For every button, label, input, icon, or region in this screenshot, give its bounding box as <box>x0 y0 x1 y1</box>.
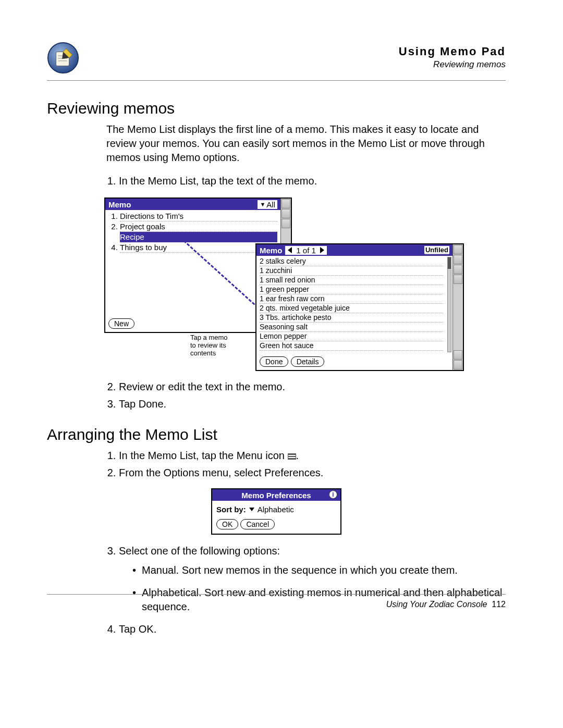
section2-steps-cont: Select one of the following options: Man… <box>106 544 506 636</box>
sidebar-button[interactable] <box>454 275 462 284</box>
sidebar-button[interactable] <box>282 209 290 218</box>
section-heading-reviewing: Reviewing memos <box>47 100 506 117</box>
page-header: Using Memo Pad Reviewing memos <box>47 42 506 81</box>
memo-detail-body[interactable]: 2 stalks celery1 zucchini1 small red oni… <box>256 256 446 353</box>
memo-detail-scrollbar[interactable] <box>447 257 451 352</box>
prefs-title: Memo Preferences <box>241 491 311 500</box>
arr-step-1: In the Memo List, tap the Menu icon . <box>119 449 506 463</box>
step-2: Review or edit the text in the memo. <box>119 380 506 394</box>
step-1: In the Memo List, tap the text of the me… <box>119 174 506 188</box>
section2-steps: In the Memo List, tap the Menu icon . Fr… <box>106 449 506 480</box>
memo-line[interactable]: 1 zucchini <box>260 266 443 276</box>
next-memo-icon[interactable] <box>320 247 324 253</box>
memo-list-category-dropdown[interactable]: ▼ All <box>258 200 277 209</box>
memo-pad-icon <box>47 42 79 74</box>
memo-detail-window: Memo 1 of 1 Unfiled 2 stalks celery1 zuc… <box>255 243 464 371</box>
section1-steps: In the Memo List, tap the text of the me… <box>106 174 506 188</box>
memo-line[interactable]: 2 stalks celery <box>260 257 443 266</box>
sidebar-button[interactable] <box>454 265 462 274</box>
sort-by-label: Sort by: <box>216 505 246 514</box>
memo-detail-sidebar <box>452 244 463 370</box>
memo-line[interactable]: 2 qts. mixed vegetable juice <box>260 304 443 313</box>
footer-page-number: 112 <box>492 600 506 609</box>
sort-option-manual: Manual. Sort new memos in the sequence i… <box>132 563 506 577</box>
new-memo-button[interactable]: New <box>108 318 134 329</box>
memo-position: 1 of 1 <box>296 246 316 255</box>
home-icon[interactable] <box>282 199 290 208</box>
memo-list-title: Memo <box>108 200 131 209</box>
section-heading-arranging: Arranging the Memo List <box>47 426 506 443</box>
prefs-titlebar: Memo Preferences i <box>212 489 340 501</box>
details-button[interactable]: Details <box>291 356 325 367</box>
prefs-ok-button[interactable]: OK <box>216 519 238 529</box>
sidebar-button[interactable] <box>454 360 462 369</box>
callout-text: Tap a memo to review its contents <box>190 334 232 357</box>
memo-detail-title: Memo <box>260 246 282 255</box>
prefs-cancel-button[interactable]: Cancel <box>240 519 275 529</box>
step-3: Tap Done. <box>119 397 506 411</box>
done-button[interactable]: Done <box>260 356 288 367</box>
memo-detail-titlebar: Memo 1 of 1 Unfiled <box>256 244 452 256</box>
footer-book-title: Using Your Zodiac Console <box>386 600 487 609</box>
memo-line[interactable]: 1 green pepper <box>260 285 443 294</box>
memo-line[interactable]: Seasoning salt <box>260 323 443 332</box>
memo-preferences-dialog: Memo Preferences i Sort by: Alphabetic O… <box>211 488 341 535</box>
memo-list-item[interactable]: Project goals <box>120 221 277 232</box>
arr-step-4: Tap OK. <box>119 622 506 636</box>
chapter-title: Using Memo Pad <box>399 45 506 58</box>
memo-list-item[interactable]: Things to buy <box>120 242 277 253</box>
memo-list-category-label: All <box>266 200 275 209</box>
page-footer: Using Your Zodiac Console 112 <box>47 594 506 609</box>
section1-intro: The Memo List displays the first line of… <box>106 122 506 165</box>
memo-list-items: Directions to Tim'sProject goalsRecipeTh… <box>108 211 277 253</box>
memo-line[interactable]: Lemon pepper <box>260 332 443 341</box>
arr-step-1-after: . <box>296 450 299 461</box>
section1-steps-cont: Review or edit the text in the memo. Tap… <box>106 380 506 411</box>
memo-list-titlebar: Memo ▼ All <box>105 199 280 210</box>
chapter-subsection: Reviewing memos <box>399 59 506 70</box>
sidebar-button[interactable] <box>282 219 290 228</box>
memo-detail-category-dropdown[interactable]: Unfiled <box>424 246 449 254</box>
prev-memo-icon[interactable] <box>288 247 292 253</box>
memo-line[interactable]: 1 small red onion <box>260 276 443 285</box>
sidebar-button[interactable] <box>454 350 462 360</box>
info-icon[interactable]: i <box>329 490 337 499</box>
sort-by-value[interactable]: Alphabetic <box>258 505 294 514</box>
arr-step-1-before: In the Memo List, tap the Menu icon <box>119 450 288 461</box>
menu-icon <box>288 453 296 460</box>
memo-detail-nav: 1 of 1 <box>285 246 327 255</box>
figure-reviewing-memos: Memo ▼ All Directions to Tim'sProject go… <box>99 198 506 375</box>
memo-line[interactable]: 1 ear fresh raw corn <box>260 294 443 304</box>
memo-list-item[interactable]: Directions to Tim's <box>120 211 277 221</box>
arr-step-3-text: Select one of the following options: <box>119 545 280 557</box>
memo-line[interactable]: Green hot sauce <box>260 341 443 351</box>
sidebar-button[interactable] <box>454 255 462 264</box>
home-icon[interactable] <box>454 245 462 254</box>
arr-step-2: From the Options menu, select Preference… <box>119 466 506 480</box>
memo-list-item[interactable]: Recipe <box>120 232 277 242</box>
memo-line[interactable]: 3 Tbs. artichoke pesto <box>260 313 443 323</box>
dropdown-icon[interactable] <box>249 508 254 511</box>
